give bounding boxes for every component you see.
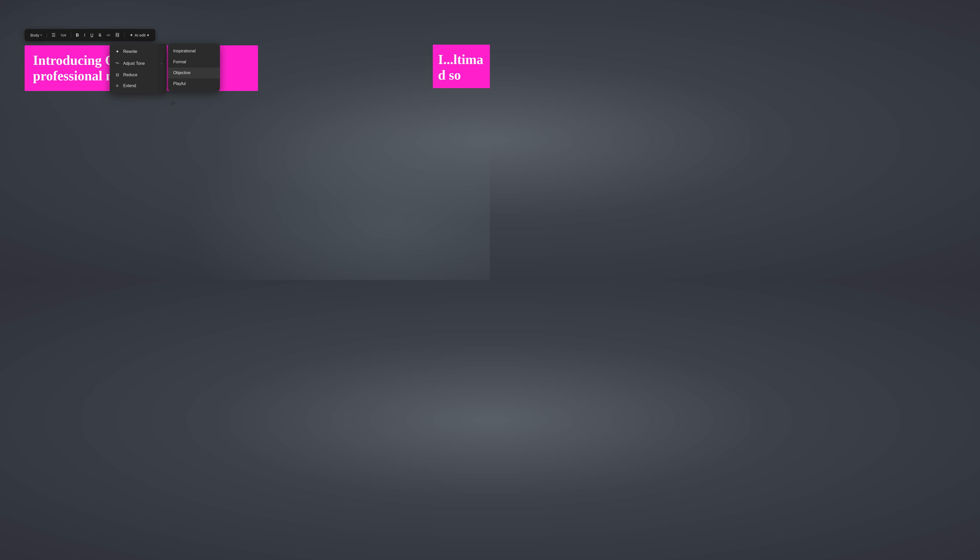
body-style-dropdown[interactable]: Body ▾ [28, 32, 44, 38]
extend-label: Extend [123, 83, 136, 88]
ai-edit-label: AI edit [135, 33, 146, 37]
ordered-list-icon: ½≡ [61, 33, 66, 37]
link-button[interactable]: ⛓ [113, 32, 122, 39]
ordered-list-button[interactable]: ½≡ [58, 32, 68, 38]
right-banner-line2: d so [438, 68, 461, 82]
toolbar-divider-3 [124, 32, 125, 38]
underline-label: U [90, 33, 93, 38]
unordered-list-button[interactable]: ☰ [50, 31, 58, 39]
formal-tone-item[interactable]: Formal [168, 57, 220, 67]
code-icon: <> [107, 33, 110, 37]
right-banner-heading: I...ltima d so [438, 52, 485, 83]
code-button[interactable]: <> [105, 32, 112, 38]
link-icon: ⛓ [115, 33, 120, 38]
rewrite-label: Rewrite [123, 49, 137, 54]
extend-menu-item[interactable]: ≡ Extend [110, 80, 167, 91]
ai-edit-dropdown: ✦ Rewrite 〜 Adjust Tone › ⊟ Reduce ≡ Ext… [110, 43, 167, 93]
bold-button[interactable]: B [73, 32, 81, 39]
reduce-label: Reduce [123, 73, 137, 77]
formatting-toolbar: Body ▾ ☰ ½≡ B I U S <> [25, 29, 155, 41]
formal-label: Formal [173, 60, 186, 64]
strikethrough-button[interactable]: S [97, 32, 103, 39]
submenu-arrow-icon: › [161, 62, 162, 65]
sparkle-icon: ✦ [130, 33, 133, 38]
underline-button[interactable]: U [88, 32, 95, 39]
bold-label: B [76, 33, 79, 38]
right-banner-line1: I...ltima [438, 52, 483, 67]
adjust-tone-menu-item[interactable]: 〜 Adjust Tone › [110, 58, 167, 69]
strikethrough-label: S [98, 33, 102, 38]
unordered-list-icon: ☰ [52, 32, 55, 38]
mouse-cursor: ☞ [171, 101, 176, 107]
reduce-menu-item[interactable]: ⊟ Reduce [110, 69, 167, 80]
playful-label: Playful [173, 82, 186, 86]
italic-label: I [84, 33, 85, 38]
right-banner: I...ltima d so [433, 45, 490, 88]
body-style-label: Body [30, 33, 39, 37]
objective-label: Objective [173, 70, 191, 75]
italic-button[interactable]: I [82, 32, 87, 39]
toolbar-divider-2 [71, 32, 71, 38]
rewrite-menu-item[interactable]: ✦ Rewrite [110, 46, 167, 58]
sparkle-icon: ✦ [114, 49, 120, 55]
objective-tone-item[interactable]: Objective [168, 67, 220, 78]
ai-edit-button[interactable]: ✦ AI edit ▾ [127, 32, 152, 39]
wave-icon: 〜 [114, 61, 120, 66]
extend-icon: ≡ [114, 83, 120, 88]
chevron-down-icon: ▾ [40, 33, 42, 37]
inspirational-label: Inspirational [173, 49, 195, 53]
tone-submenu: Inspirational Formal Objective Playful [168, 43, 220, 91]
toolbar-divider-1 [47, 32, 47, 38]
adjust-tone-label: Adjust Tone [123, 61, 145, 66]
ai-edit-chevron-icon: ▾ [147, 33, 149, 38]
reduce-icon: ⊟ [114, 72, 120, 77]
playful-tone-item[interactable]: Playful [168, 78, 220, 89]
inspirational-tone-item[interactable]: Inspirational [168, 46, 220, 57]
